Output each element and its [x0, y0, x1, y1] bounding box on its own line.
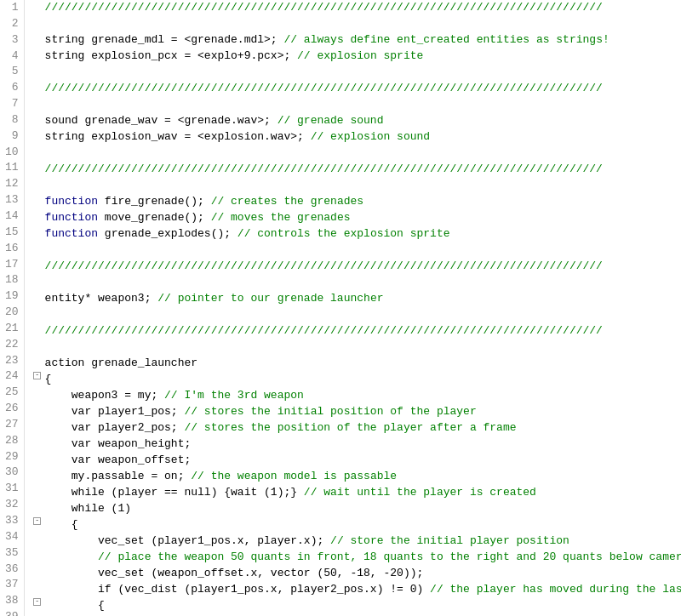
- code-text: while (1): [45, 501, 681, 517]
- code-line: var weapon_height;: [31, 436, 681, 453]
- line-number: 21: [5, 321, 19, 337]
- line-number: 2: [5, 16, 19, 32]
- line-number: 39: [5, 609, 19, 616]
- code-text: var player2_pos; // stores the position …: [45, 420, 681, 436]
- code-line: ////////////////////////////////////////…: [31, 81, 681, 97]
- code-line: // place the weapon 50 quants in front, …: [31, 550, 681, 566]
- code-line: if (vec_dist (player1_pos.x, player2_pos…: [31, 582, 681, 598]
- line-number: 26: [5, 401, 19, 417]
- line-number: 23: [5, 353, 19, 369]
- line-number: 33: [5, 513, 19, 529]
- code-area[interactable]: ////////////////////////////////////////…: [25, 0, 681, 616]
- code-line: string explosion_wav = <explosion.wav>; …: [31, 129, 681, 145]
- code-text: var weapon_height;: [45, 436, 681, 453]
- code-line: string explosion_pcx = <explo+9.pcx>; //…: [31, 48, 681, 65]
- code-text: function move_grenade(); // moves the gr…: [45, 210, 681, 226]
- code-text: [45, 145, 681, 162]
- code-line: [31, 97, 681, 113]
- code-line: [31, 65, 681, 81]
- code-line: var player1_pos; // stores the initial p…: [31, 404, 681, 420]
- code-line: function grenade_explodes(); // controls…: [31, 226, 681, 242]
- code-text: [45, 16, 681, 32]
- line-number: 17: [5, 257, 19, 273]
- line-number: 7: [5, 96, 19, 112]
- code-line: - {: [31, 598, 681, 614]
- line-number-gutter: 1234567891011121314151617181920212223242…: [0, 0, 25, 616]
- code-line: var weapon_offset;: [31, 453, 681, 469]
- code-line: vec_set (player1_pos.x, player.x); // st…: [31, 533, 681, 550]
- line-number: 3: [5, 32, 19, 48]
- line-number: 6: [5, 80, 19, 96]
- code-text: [45, 178, 681, 194]
- code-text: ////////////////////////////////////////…: [45, 259, 681, 275]
- code-line: function move_grenade(); // moves the gr…: [31, 210, 681, 226]
- fold-gutter[interactable]: -: [31, 598, 43, 606]
- code-text: entity* weapon3; // pointer to our grena…: [45, 291, 681, 307]
- code-line: while (player == null) {wait (1);} // wa…: [31, 485, 681, 501]
- code-line: [31, 145, 681, 162]
- code-text: if (vec_dist (player1_pos.x, player2_pos…: [45, 582, 681, 598]
- code-text: action grenade_launcher: [45, 356, 681, 372]
- line-number: 38: [5, 593, 19, 609]
- line-number: 13: [5, 192, 19, 208]
- code-text: // place the weapon 50 quants in front, …: [45, 550, 681, 566]
- fold-gutter[interactable]: -: [31, 372, 43, 379]
- code-line: weapon3 = my; // I'm the 3rd weapon: [31, 388, 681, 404]
- code-line: [31, 242, 681, 259]
- line-number: 25: [5, 385, 19, 401]
- line-number: 22: [5, 337, 19, 353]
- code-line: var player2_pos; // stores the position …: [31, 420, 681, 436]
- fold-gutter[interactable]: -: [31, 517, 43, 525]
- code-line: entity* weapon3; // pointer to our grena…: [31, 291, 681, 307]
- code-text: {: [45, 598, 681, 614]
- line-number: 36: [5, 562, 19, 578]
- code-text: var weapon_offset;: [45, 453, 681, 469]
- code-text: while (player == null) {wait (1);} // wa…: [45, 485, 681, 501]
- line-number: 9: [5, 128, 19, 145]
- line-number: 16: [5, 241, 19, 257]
- fold-box[interactable]: -: [33, 517, 41, 525]
- line-number: 10: [5, 145, 19, 161]
- line-number: 20: [5, 305, 19, 321]
- code-line: action grenade_launcher: [31, 356, 681, 372]
- code-text: [45, 275, 681, 291]
- code-line: ////////////////////////////////////////…: [31, 259, 681, 275]
- line-number: 24: [5, 368, 19, 385]
- code-line: vec_set (weapon_offset.x, vector (50, -1…: [31, 566, 681, 582]
- code-text: ////////////////////////////////////////…: [45, 0, 681, 16]
- code-line: function fire_grenade(); // creates the …: [31, 194, 681, 210]
- code-text: function fire_grenade(); // creates the …: [45, 194, 681, 210]
- line-number: 32: [5, 497, 19, 513]
- fold-box[interactable]: -: [33, 598, 41, 606]
- code-text: [45, 65, 681, 81]
- line-number: 29: [5, 449, 19, 465]
- code-line: while (1): [31, 501, 681, 517]
- line-number: 4: [5, 48, 19, 65]
- code-text: weapon3 = my; // I'm the 3rd weapon: [45, 388, 681, 404]
- line-number: 31: [5, 481, 19, 497]
- code-text: vec_set (player1_pos.x, player.x); // st…: [45, 533, 681, 550]
- code-text: vec_set (weapon_offset.x, vector (50, -1…: [45, 566, 681, 582]
- line-number: 8: [5, 112, 19, 128]
- code-line: sound grenade_wav = <grenade.wav>; // gr…: [31, 113, 681, 129]
- code-line: ////////////////////////////////////////…: [31, 323, 681, 339]
- code-text: var player1_pos; // stores the initial p…: [45, 404, 681, 420]
- code-text: ////////////////////////////////////////…: [45, 323, 681, 339]
- line-number: 37: [5, 577, 19, 593]
- fold-box[interactable]: -: [33, 372, 41, 379]
- code-text: {: [45, 372, 681, 388]
- line-number: 14: [5, 208, 19, 225]
- code-line: ////////////////////////////////////////…: [31, 0, 681, 16]
- code-line: [31, 275, 681, 291]
- line-number: 30: [5, 465, 19, 481]
- line-number: 34: [5, 529, 19, 545]
- line-number: 19: [5, 288, 19, 305]
- code-text: [45, 242, 681, 259]
- code-line: - {: [31, 517, 681, 533]
- code-text: string grenade_mdl = <grenade.mdl>; // a…: [45, 32, 681, 48]
- code-text: string explosion_pcx = <explo+9.pcx>; //…: [45, 48, 681, 65]
- line-number: 1: [5, 0, 19, 16]
- code-text: [45, 339, 681, 356]
- line-number: 27: [5, 417, 19, 433]
- code-text: ////////////////////////////////////////…: [45, 81, 681, 97]
